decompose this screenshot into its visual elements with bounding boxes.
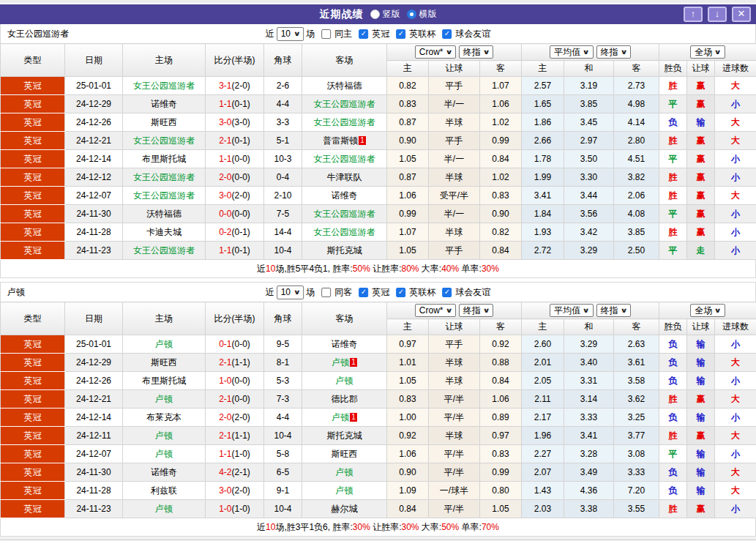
crow-home-odds-cell: 0.92: [387, 427, 429, 445]
chevron-down-icon: ∨: [583, 307, 590, 314]
crow-handicap-header: 让球: [429, 61, 480, 77]
same-away-checkbox[interactable]: ✓: [321, 288, 331, 297]
radio-icon[interactable]: [370, 10, 380, 19]
home-team-link[interactable]: 女王公园巡游者: [133, 190, 195, 201]
avg-index-select[interactable]: 终指∨: [596, 45, 631, 59]
home-team-link[interactable]: 利兹联: [151, 485, 177, 496]
league-eflcup-checkbox[interactable]: ✓: [396, 288, 405, 297]
crow-index-select[interactable]: 终指∨: [459, 45, 493, 59]
move-up-button[interactable]: ↑: [684, 7, 703, 22]
away-team-link[interactable]: 卢顿: [336, 485, 353, 496]
avg-home-odds-cell: 2.07: [522, 463, 564, 482]
home-team-link[interactable]: 卢顿: [155, 449, 173, 459]
crow-index-select[interactable]: 终指∨: [459, 304, 493, 317]
home-team-link[interactable]: 布里斯托城: [142, 154, 186, 164]
away-team-link[interactable]: 诺维奇: [332, 339, 358, 349]
crow-handicap-cell: 平手: [429, 132, 480, 150]
result-winlose-cell: 胜: [659, 132, 687, 150]
home-team-link[interactable]: 女王公园巡游者: [133, 81, 195, 91]
avg-home-header: 主: [522, 319, 564, 335]
match-count-select[interactable]: 10 ∨: [277, 27, 304, 41]
away-team-link[interactable]: 卢顿: [336, 467, 353, 477]
avg-away-odds-cell: 2.63: [614, 335, 659, 354]
home-team-link[interactable]: 女王公园巡游者: [133, 172, 195, 182]
league-type-cell: 英冠: [1, 223, 65, 242]
halftime-score: (2-0): [232, 485, 250, 496]
home-team-link[interactable]: 卢顿: [155, 394, 173, 404]
section-qpr: 女王公园巡游者 近 10 ∨ 场 ✓ 同主 ✓ 英冠 ✓ 英联杯 ✓ 球会友谊: [0, 24, 756, 278]
away-team-link[interactable]: 女王公园巡游者: [314, 227, 375, 237]
home-team-cell: 斯旺西: [123, 354, 206, 372]
close-button[interactable]: ✕: [732, 7, 751, 22]
match-count-select[interactable]: 10 ∨: [277, 286, 304, 299]
home-team-link[interactable]: 布莱克本: [146, 412, 181, 422]
home-team-link[interactable]: 布里斯托城: [142, 376, 186, 386]
away-team-link[interactable]: 女王公园巡游者: [314, 99, 375, 109]
league-eflcup-checkbox[interactable]: ✓: [396, 29, 405, 39]
home-team-link[interactable]: 斯旺西: [151, 117, 177, 127]
away-team-link[interactable]: 卢顿: [336, 376, 353, 386]
away-team-link[interactable]: 卢顿: [332, 412, 349, 422]
league-type-cell: 英冠: [1, 335, 65, 354]
avg-index-select[interactable]: 终指∨: [596, 304, 631, 317]
fulltime-score: 1-1: [219, 245, 231, 255]
crow-company-select[interactable]: Crow*∨: [415, 304, 456, 317]
result-winlose-cell: 负: [659, 408, 687, 427]
home-team-cell: 女王公园巡游者: [123, 187, 206, 205]
result-handicap-cell: 赢: [687, 223, 715, 242]
away-team-link[interactable]: 斯旺西: [332, 449, 358, 459]
home-team-link[interactable]: 卢顿: [155, 430, 173, 441]
score-cell: 2-0(2-0): [206, 408, 264, 427]
crow-home-odds-cell: 1.05: [387, 242, 429, 260]
fulltime-select[interactable]: 全场∨: [690, 45, 725, 59]
home-team-link[interactable]: 女王公园巡游者: [133, 135, 195, 146]
league-championship-checkbox[interactable]: ✓: [359, 288, 368, 297]
fulltime-score: 2-1: [219, 135, 231, 146]
home-team-link[interactable]: 斯旺西: [151, 357, 177, 367]
halftime-score: (2-1): [232, 467, 250, 477]
league-friendly-checkbox[interactable]: ✓: [442, 288, 452, 297]
away-team-link[interactable]: 牛津联队: [327, 172, 362, 182]
away-team-link[interactable]: 女王公园巡游者: [314, 154, 375, 164]
league-friendly-checkbox[interactable]: ✓: [442, 29, 452, 39]
date-cell: 24-11-30: [65, 463, 123, 482]
away-team-link[interactable]: 斯托克城: [327, 430, 362, 441]
avg-select[interactable]: 平均值∨: [550, 45, 593, 59]
result-goals-header: 进球数: [715, 61, 756, 77]
crow-company-select[interactable]: Crow*∨: [415, 45, 456, 59]
layout-vertical-radio[interactable]: 竖版: [370, 8, 400, 20]
home-team-link[interactable]: 女王公园巡游者: [133, 245, 195, 255]
score-cell: 0-2(0-1): [206, 223, 264, 242]
away-team-link[interactable]: 德比郡: [332, 394, 358, 404]
home-team-link[interactable]: 诺维奇: [151, 467, 177, 477]
away-team-link[interactable]: 赫尔城: [332, 504, 358, 514]
league-type-cell: 英冠: [1, 354, 65, 372]
fulltime-score: 1-1: [219, 154, 231, 164]
home-team-link[interactable]: 沃特福德: [146, 209, 181, 219]
home-team-link[interactable]: 卢顿: [155, 339, 173, 349]
away-team-link[interactable]: 卢顿: [332, 357, 349, 367]
home-team-link[interactable]: 卢顿: [155, 504, 173, 514]
col-header-home: 主场: [123, 44, 206, 77]
crow-home-odds-cell: 1.06: [387, 445, 429, 463]
move-down-button[interactable]: ↓: [708, 7, 727, 22]
fulltime-select[interactable]: 全场∨: [690, 304, 725, 317]
home-team-link[interactable]: 卡迪夫城: [146, 227, 181, 237]
layout-horizontal-radio[interactable]: 横版: [407, 8, 437, 20]
avg-select[interactable]: 平均值∨: [550, 304, 593, 317]
away-team-link[interactable]: 女王公园巡游者: [314, 209, 375, 219]
crow-home-odds-cell: 0.90: [387, 132, 429, 150]
halftime-score: (1-1): [232, 357, 250, 367]
away-team-link[interactable]: 普雷斯顿: [323, 135, 358, 146]
away-team-link[interactable]: 女王公园巡游者: [314, 117, 375, 127]
halftime-score: (2-0): [232, 412, 250, 422]
away-team-link[interactable]: 沃特福德: [327, 81, 362, 91]
radio-icon[interactable]: [407, 10, 416, 19]
fulltime-score: 2-1: [219, 394, 231, 404]
away-team-link[interactable]: 斯托克城: [327, 245, 362, 255]
league-friendly-label: 球会友谊: [455, 28, 490, 40]
same-home-checkbox[interactable]: ✓: [321, 29, 331, 39]
away-team-link[interactable]: 诺维奇: [332, 190, 358, 201]
league-championship-checkbox[interactable]: ✓: [359, 29, 368, 39]
home-team-link[interactable]: 诺维奇: [151, 99, 177, 109]
